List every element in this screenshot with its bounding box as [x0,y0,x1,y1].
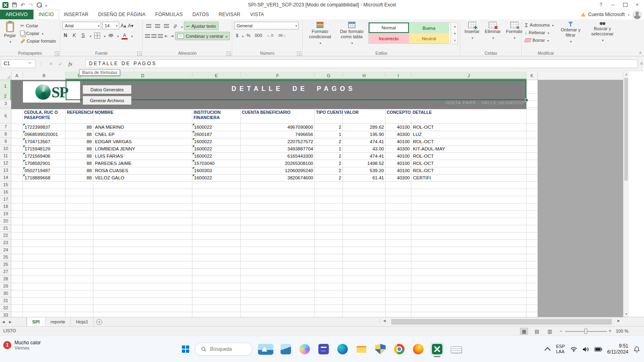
data-cell[interactable]: 2 [315,152,343,160]
data-cell[interactable]: 1708582901 [23,160,66,167]
row-header-17[interactable]: 17 [0,196,11,203]
scroll-up-icon[interactable]: ▲ [623,72,629,77]
select-all-corner[interactable] [0,72,11,80]
tab-diseno-de-pagina[interactable]: DISEÑO DE PÁGINA [93,10,151,19]
data-cell[interactable]: 88 [66,123,93,131]
chevron-up-icon[interactable] [545,347,551,353]
sort-filter-button[interactable]: Ordenar y filtrar [556,21,585,45]
row-header-18[interactable]: 18 [0,203,11,210]
column-header-K[interactable]: K [526,72,538,80]
row-header-10[interactable]: 10 [0,145,11,152]
data-cell[interactable]: 88 [66,138,93,145]
column-header-I[interactable]: I [386,72,411,80]
data-cell[interactable]: 1498.52 [343,160,386,167]
row-header-6[interactable]: 6 [0,109,11,123]
row-header-12[interactable]: 12 [0,160,11,167]
zoom-in-button[interactable]: + [609,328,611,334]
help-button[interactable]: ? [595,0,607,10]
style-incorrecto[interactable]: Incorrecto [369,33,409,43]
redo-button[interactable] [29,1,33,8]
datos-generales-button[interactable]: Datos Generales [83,85,132,94]
chevron-down-icon[interactable] [116,32,119,39]
sheet-tab-spi[interactable]: SPI [27,317,45,326]
underline-button[interactable]: S [80,32,86,39]
row-header-8[interactable]: 8 [0,131,11,138]
grow-font-button[interactable]: A▴ [120,22,126,29]
qat-customize-button[interactable] [45,1,47,8]
fill-color-icon[interactable] [108,34,114,37]
data-cell[interactable]: 1600022 [192,138,241,145]
data-cell[interactable]: 474.41 [343,138,386,145]
font-color-button[interactable]: A [122,33,128,38]
data-cell[interactable]: 6165443300 [241,152,315,160]
tab-archivo[interactable]: ARCHIVO [0,10,33,19]
volume-icon[interactable] [582,346,589,352]
teams-taskbar-button[interactable] [317,342,330,356]
tab-formulas[interactable]: FÓRMULAS [151,10,188,19]
data-cell[interactable]: 2 [315,123,343,131]
data-cell[interactable]: 1600022 [192,152,241,160]
increase-decimal-button[interactable] [265,32,275,39]
new-sheet-button[interactable] [94,317,104,326]
vertical-scroll-thumb[interactable] [624,78,628,181]
font-family-select[interactable]: Arial [62,22,101,29]
font-size-select[interactable]: 14 [102,22,119,29]
gallery-up-icon[interactable]: ▲ [452,23,458,30]
data-cell[interactable]: 2 [315,167,343,174]
close-button[interactable]: × [631,0,643,10]
decrease-decimal-button[interactable] [276,32,288,39]
weather-widget[interactable]: 1 Mucho calor Viernes [3,340,41,350]
chevron-down-icon[interactable] [130,32,133,39]
data-cell[interactable]: 12060095240 [241,167,315,174]
data-cell[interactable]: 61.41 [343,174,386,181]
gallery-down-icon[interactable]: ▼ [452,30,458,37]
data-cell[interactable]: 1600022 [192,145,241,152]
qat-custom-button[interactable] [37,2,42,8]
column-header-A[interactable]: A [11,72,23,80]
generar-archivos-button[interactable]: Generar Archivos [83,96,132,105]
column-header-J[interactable]: J [411,72,526,80]
row-header-2[interactable]: 2 [0,93,11,100]
data-cell[interactable]: ROL-OCT [411,123,526,131]
scroll-down-icon[interactable]: ▼ [623,311,629,317]
edge-taskbar-button[interactable] [336,342,349,356]
insert-function-button[interactable]: fx [68,61,72,67]
row-header-3[interactable]: 3 [0,100,11,107]
data-cell[interactable]: 40100 [386,160,411,167]
row-header-22[interactable]: 22 [0,232,11,239]
horizontal-scrollbar[interactable] [390,319,617,325]
data-cell[interactable]: 40300 [386,174,411,181]
gallery-more-icon[interactable]: ▾ [452,37,458,44]
data-cell[interactable]: ROL-OCT [411,138,526,145]
splitter-icon[interactable]: ⋮ [378,319,382,324]
align-center-icon[interactable] [151,32,157,40]
sheet-tab-hoja1[interactable]: Hoja1 [71,317,94,326]
row-header-32[interactable]: 32 [0,304,11,312]
data-cell[interactable]: 88 [66,160,93,167]
align-bottom-icon[interactable] [163,22,170,30]
data-cell[interactable]: 2 [315,160,343,167]
style-neutral[interactable]: Neutral [409,33,449,43]
chevron-down-icon[interactable] [103,32,105,39]
data-cell[interactable]: 3820674600 [241,174,315,181]
data-cell[interactable]: 1715948129 [23,145,66,152]
data-cell[interactable]: 1 [315,145,343,152]
confirm-entry-icon[interactable]: ✓ [58,61,62,67]
zoom-out-button[interactable]: − [559,328,562,334]
copilot-taskbar-button[interactable] [298,342,312,356]
row-header-13[interactable]: 13 [0,167,11,174]
avatar[interactable] [633,10,642,19]
data-cell[interactable]: 289.62 [343,123,386,131]
data-cell[interactable]: 1 [315,131,343,138]
data-cell[interactable]: 88 [66,167,93,174]
defender-taskbar-button[interactable] [374,342,387,356]
delete-cells-button[interactable]: Eliminar [483,21,503,42]
copy-button[interactable]: Copiar [19,30,57,37]
data-cell[interactable]: 1718889668 [23,174,66,181]
row-header-29[interactable]: 29 [0,283,11,290]
fill-button[interactable]: Rellenar [524,29,555,36]
data-cell[interactable]: PAREDES JAIME [93,160,192,167]
expand-formula-bar-icon[interactable]: ∨ [640,62,643,66]
tab-insertar[interactable]: INSERTAR [59,10,93,19]
prev-sheet-icon[interactable]: ◀ [0,317,7,326]
